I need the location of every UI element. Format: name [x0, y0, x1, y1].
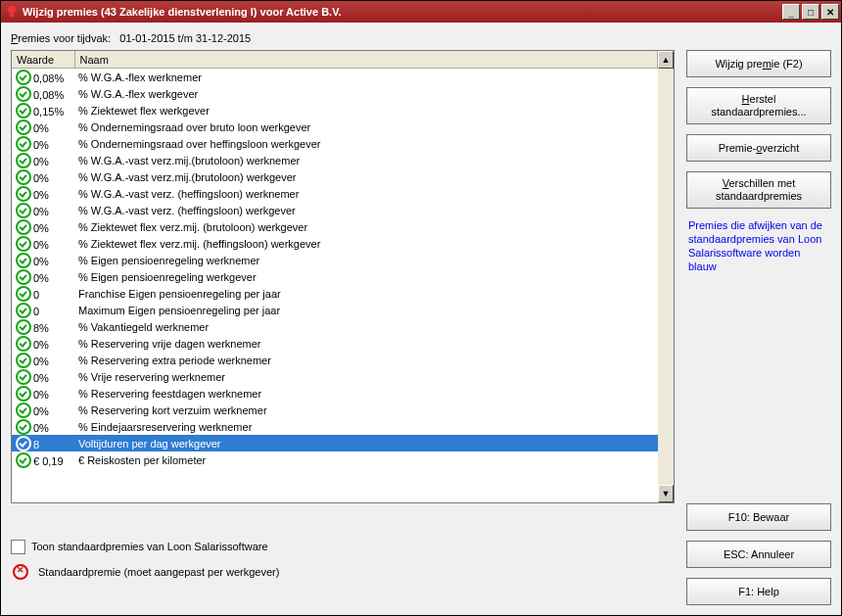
maximize-button[interactable]: □	[802, 4, 819, 20]
check-icon	[16, 353, 31, 368]
bottom-left: Toon standaardpremies van Loon Salarisso…	[11, 530, 675, 580]
value-text: 0%	[33, 256, 49, 267]
cell-naam: % W.G.A.-vast verz.mij.(brutoloon) werkg…	[74, 168, 658, 185]
cancel-button[interactable]: ESC: Annuleer	[686, 541, 831, 568]
table-row[interactable]: 8%% Vakantiegeld werknemer	[12, 318, 658, 335]
cell-waarde: € 0,19	[12, 451, 74, 468]
cell-naam: % Eigen pensioenregeling werknemer	[74, 252, 658, 268]
show-standaard-checkbox-row[interactable]: Toon standaardpremies van Loon Salarisso…	[11, 540, 675, 554]
check-icon	[16, 336, 31, 352]
verschillen-button[interactable]: Verschillen metstandaardpremies	[686, 171, 831, 209]
cell-naam: % Vrije reservering werknemer	[74, 368, 658, 385]
value-text: 0%	[33, 156, 49, 167]
window-body: Premies voor tijdvak: 01-01-2015 t/m 31-…	[1, 23, 841, 615]
table-row[interactable]: 0%% Ziektewet flex verz.mij. (heffingslo…	[12, 235, 658, 252]
scroll-up-button[interactable]: ▲	[658, 51, 674, 69]
error-icon	[13, 564, 28, 580]
value-text: 0,15%	[33, 106, 64, 118]
table-row[interactable]: 8Voltijduren per dag werkgever	[12, 435, 658, 451]
value-text: 0%	[33, 206, 49, 217]
window-title: Wijzig premies (43 Zakelijke dienstverle…	[23, 6, 780, 18]
cell-naam: % W.G.A.-vast verz.mij.(brutoloon) werkn…	[74, 152, 658, 168]
bottom-right: F10: Bewaar ESC: Annuleer F1: Help	[686, 503, 831, 605]
table-row[interactable]: 0%% Ondernemingsraad over bruto loon wer…	[12, 118, 658, 135]
check-icon	[16, 186, 31, 202]
cell-waarde: 0%	[12, 335, 74, 352]
table-row[interactable]: € 0,19€ Reiskosten per kilometer	[12, 451, 658, 468]
vertical-scrollbar[interactable]: ▲ ▼	[658, 51, 674, 502]
value-text: 0%	[33, 272, 49, 284]
check-icon	[16, 236, 31, 252]
check-icon	[16, 319, 31, 335]
cell-naam: % Reservering extra periode werknemer	[74, 352, 658, 368]
table-row[interactable]: 0,08%% W.G.A.-flex werkgever	[12, 85, 658, 102]
table-header-row: Waarde Naam	[12, 51, 658, 69]
table-row[interactable]: 0%% Ziektewet flex verz.mij. (brutoloon)…	[12, 218, 658, 235]
table-row[interactable]: 0%% Reservering vrije dagen werknemer	[12, 335, 658, 352]
table-row[interactable]: 0Maximum Eigen pensioenregeling per jaar	[12, 302, 658, 318]
table-row[interactable]: 0%% W.G.A.-vast verz.mij.(brutoloon) wer…	[12, 168, 658, 185]
table-row[interactable]: 0%% Eindejaarsreservering werknemer	[12, 418, 658, 435]
sidebar-note: Premies die afwijken van de standaardpre…	[686, 218, 831, 273]
content-row: Waarde Naam 0,08%% W.G.A.-flex werknemer…	[11, 50, 831, 503]
col-waarde[interactable]: Waarde	[12, 51, 74, 69]
cell-naam: % Vakantiegeld werknemer	[74, 318, 658, 335]
cell-naam: € Reiskosten per kilometer	[74, 451, 658, 468]
cell-waarde: 0%	[12, 118, 74, 135]
check-icon	[16, 203, 31, 218]
table-row[interactable]: 0,15%% Ziektewet flex werkgever	[12, 102, 658, 118]
table-row[interactable]: 0%% Reservering feestdagen werknemer	[12, 385, 658, 402]
close-button[interactable]: ✕	[821, 4, 839, 20]
check-icon	[16, 86, 31, 102]
table-row[interactable]: 0%% Eigen pensioenregeling werknemer	[12, 252, 658, 268]
table-row[interactable]: 0%% Vrije reservering werknemer	[12, 368, 658, 385]
check-icon	[16, 286, 31, 302]
check-icon	[16, 303, 31, 318]
cell-naam: % W.G.A.-vast verz. (heffingsloon) werkn…	[74, 185, 658, 202]
table-row[interactable]: 0%% Eigen pensioenregeling werkgever	[12, 268, 658, 285]
scroll-down-button[interactable]: ▼	[658, 485, 674, 502]
table-row[interactable]: 0,08%% W.G.A.-flex werknemer	[12, 69, 658, 86]
value-text: 0%	[33, 355, 49, 367]
check-icon	[16, 136, 31, 152]
app-icon	[5, 5, 19, 19]
check-icon	[16, 403, 31, 418]
cell-waarde: 0	[12, 302, 74, 318]
help-button[interactable]: F1: Help	[686, 578, 831, 605]
minimize-button[interactable]: _	[782, 4, 800, 20]
window: Wijzig premies (43 Zakelijke dienstverle…	[0, 0, 842, 616]
cell-waarde: 0	[12, 285, 74, 302]
check-icon	[16, 153, 31, 168]
cell-waarde: 0,08%	[12, 69, 74, 86]
premie-overzicht-button[interactable]: Premie-overzicht	[686, 134, 831, 162]
table-row[interactable]: 0%% W.G.A.-vast verz.mij.(brutoloon) wer…	[12, 152, 658, 168]
check-icon	[16, 369, 31, 385]
table-row[interactable]: 0%% Ondernemingsraad over heffingsloon w…	[12, 135, 658, 152]
herstel-standaardpremies-button[interactable]: Herstelstandaardpremies...	[686, 87, 831, 124]
premies-table[interactable]: Waarde Naam 0,08%% W.G.A.-flex werknemer…	[12, 51, 658, 502]
col-naam[interactable]: Naam	[74, 51, 658, 69]
check-icon	[16, 419, 31, 435]
value-text: 8	[33, 439, 39, 450]
cell-waarde: 0%	[12, 418, 74, 435]
cell-waarde: 0%	[12, 252, 74, 268]
wijzig-premie-button[interactable]: Wijzig premie (F2)	[686, 50, 831, 77]
table-row[interactable]: 0Franchise Eigen pensioenregeling per ja…	[12, 285, 658, 302]
table-row[interactable]: 0%% W.G.A.-vast verz. (heffingsloon) wer…	[12, 202, 658, 218]
checkbox-label: Toon standaardpremies van Loon Salarisso…	[31, 541, 268, 552]
save-button[interactable]: F10: Bewaar	[686, 503, 831, 531]
scroll-track[interactable]	[658, 69, 674, 485]
table-row[interactable]: 0%% W.G.A.-vast verz. (heffingsloon) wer…	[12, 185, 658, 202]
checkbox-icon[interactable]	[11, 540, 25, 554]
table-row[interactable]: 0%% Reservering kort verzuim werknemer	[12, 402, 658, 418]
cell-waarde: 0%	[12, 218, 74, 235]
table-row[interactable]: 0%% Reservering extra periode werknemer	[12, 352, 658, 368]
cell-waarde: 0%	[12, 202, 74, 218]
value-text: 0%	[33, 139, 49, 151]
check-icon	[16, 103, 31, 118]
check-icon	[16, 119, 31, 135]
cell-naam: % W.G.A.-flex werkgever	[74, 85, 658, 102]
cell-naam: % Ziektewet flex verz.mij. (brutoloon) w…	[74, 218, 658, 235]
period-value: 01-01-2015 t/m 31-12-2015	[119, 32, 251, 44]
cell-naam: % Ondernemingsraad over heffingsloon wer…	[74, 135, 658, 152]
